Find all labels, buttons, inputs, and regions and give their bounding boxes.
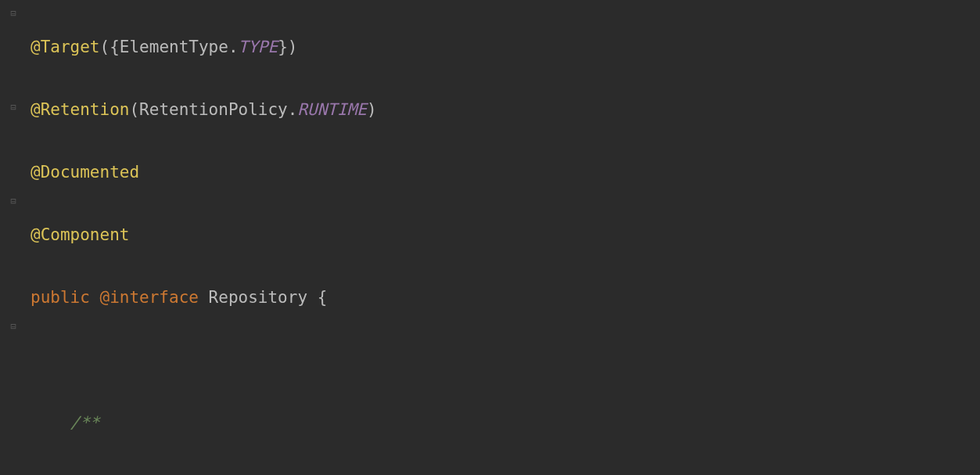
enum-constant: RUNTIME [297, 100, 367, 119]
annotation-at: @ [31, 163, 41, 182]
keyword-public: public [31, 288, 90, 307]
annotation-name: Documented [41, 163, 139, 182]
annotation-at: @ [31, 100, 41, 119]
annotation-at: @ [31, 38, 41, 56]
javadoc-open: /** [70, 413, 100, 432]
fold-icon[interactable]: ⊟ [8, 8, 19, 19]
punct: ( [129, 100, 139, 119]
fold-icon[interactable]: ⊟ [8, 102, 19, 113]
annotation-name: Target [41, 38, 100, 56]
keyword-interface: interface [109, 288, 199, 307]
annotation-name: Component [41, 225, 130, 244]
punct: ) [367, 100, 377, 119]
code-content[interactable]: @Target({ElementType.TYPE}) @Retention(R… [27, 0, 980, 475]
type-ref: ElementType [120, 38, 228, 56]
annotation-at: @ [31, 225, 41, 244]
enum-constant: TYPE [239, 38, 278, 56]
punct: . [288, 100, 298, 119]
fold-icon[interactable]: ⊟ [8, 321, 19, 332]
punct: }) [278, 38, 297, 56]
gutter: ⊟ ⊟ ⊟ ⊟ [0, 0, 27, 475]
annotation-name: Retention [41, 100, 130, 119]
brace: { [318, 288, 328, 307]
type-ref: RetentionPolicy [139, 100, 288, 119]
at-keyword: @ [90, 288, 109, 307]
punct: ({ [100, 38, 120, 56]
type-name: Repository [199, 288, 318, 307]
fold-icon[interactable]: ⊟ [8, 196, 19, 207]
punct: . [228, 38, 239, 56]
code-editor[interactable]: ⊟ ⊟ ⊟ ⊟ @Target({ElementType.TYPE}) @Ret… [0, 0, 980, 475]
